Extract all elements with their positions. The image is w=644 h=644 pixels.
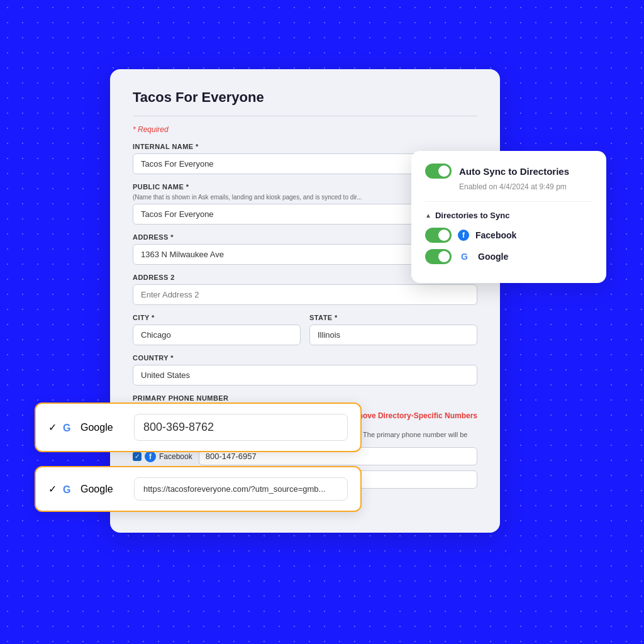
sync-card: Auto Sync to Directories Enabled on 4/4/… [411,151,606,283]
city-label: CITY * [133,314,301,321]
sync-facebook-name: Facebook [475,230,516,240]
city-input[interactable] [133,325,301,345]
country-label: COUNTRY * [133,354,477,362]
facebook-icon: f [145,451,156,462]
google-phone-card: ✓ G Google [35,402,362,452]
chevron-up-icon: ▲ [425,212,431,219]
sync-divider [425,201,592,202]
facebook-dir-label: ✓ f Facebook [133,451,192,462]
google-phone-checkbox[interactable]: ✓ [48,421,57,433]
google-url-checkbox[interactable]: ✓ [48,483,57,495]
google-phone-input[interactable] [134,414,348,441]
google-url-label-text: Google [80,484,113,495]
form-divider [133,116,477,116]
auto-sync-toggle[interactable] [425,164,452,179]
country-group: COUNTRY * [133,354,477,386]
sync-google-name: Google [478,252,508,262]
google-phone-g-icon: G [62,421,75,435]
google-phone-label: ✓ G Google [48,421,124,435]
google-url-input[interactable] [134,477,348,501]
google-url-g-icon: G [62,482,75,496]
address2-input[interactable] [133,284,477,305]
facebook-dir-name: Facebook [159,452,192,461]
internal-name-label: INTERNAL NAME * [133,143,477,150]
svg-text:G: G [63,423,70,433]
city-group: CITY * [133,314,301,345]
form-card: Tacos For Everyone * Required INTERNAL N… [110,69,500,533]
sync-dir-title: ▲ Directories to Sync [425,211,592,220]
sync-header: Auto Sync to Directories [425,164,592,179]
phone-label: PRIMARY PHONE NUMBER [133,394,477,402]
google-url-label: ✓ G Google [48,482,124,496]
city-state-row: CITY * STATE * [133,314,477,354]
facebook-sync-toggle[interactable] [425,228,452,243]
svg-text:G: G [63,484,70,495]
sync-dir-title-text: Directories to Sync [435,211,510,220]
sync-google-icon: G [458,250,472,264]
google-url-card: ✓ G Google [35,466,362,512]
facebook-checkbox[interactable]: ✓ [133,452,142,461]
svg-text:G: G [461,252,468,262]
required-label: * Required [133,125,477,134]
sync-subtitle: Enabled on 4/4/2024 at 9:49 pm [459,182,592,191]
sync-facebook-item: f Facebook [425,228,592,243]
sync-facebook-icon: f [458,230,469,241]
remove-directory-link[interactable]: Remove Directory-Specific Numbers [347,411,477,420]
state-input[interactable] [309,325,477,345]
country-input[interactable] [133,365,477,386]
google-sync-toggle[interactable] [425,249,452,264]
form-title: Tacos For Everyone [133,89,477,106]
google-phone-label-text: Google [80,422,113,433]
sync-title: Auto Sync to Directories [459,166,569,177]
state-label: STATE * [309,314,477,321]
sync-google-item: G Google [425,249,592,264]
state-group: STATE * [309,314,477,345]
